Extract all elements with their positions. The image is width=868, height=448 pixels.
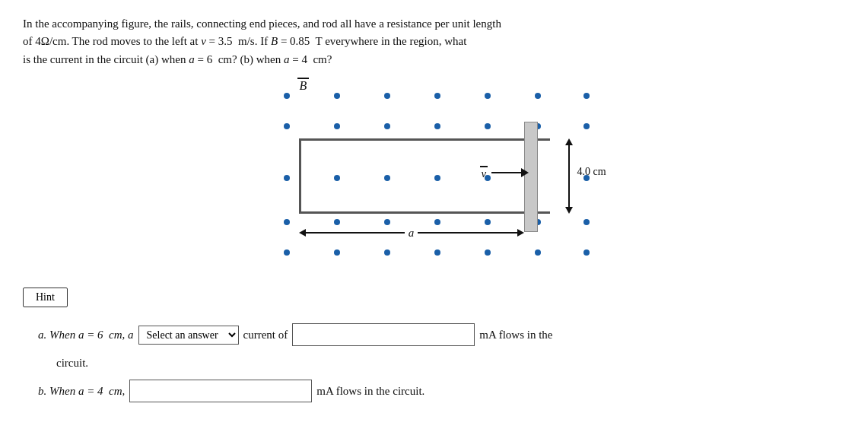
a-label: a. When a = 6 cm, a [38,322,134,348]
a-circuit-label: circuit. [56,351,88,376]
dot [434,175,440,181]
dot [485,123,491,129]
dot [334,249,340,256]
hint-area: Hint [23,288,845,307]
b-overbar: B [297,78,310,93]
dot [284,93,290,99]
dot [583,123,590,129]
dot [535,93,541,99]
dot [334,123,340,129]
problem-line2: of 4Ω/cm. The rod moves to the left at v… [23,35,466,47]
v-arrow-line [491,172,522,173]
answer-row-a: a. When a = 6 cm, a Select an answer clo… [38,322,845,348]
dot [384,249,390,256]
arrow-up [565,138,573,145]
a-arrow-left [299,229,306,237]
diagram-area: B [23,76,845,274]
problem-line3: is the current in the circuit (a) when a… [23,53,332,65]
dot [334,219,340,225]
dot [384,93,390,99]
dot [284,175,290,181]
v-arrow-head [521,168,529,177]
b-label: b. When a = 4 cm, [38,379,125,404]
dot [334,175,340,181]
dot [535,249,541,256]
dimension-arrow-vertical [565,138,573,214]
b-units: mA flows in the circuit. [316,379,424,404]
a-line [306,232,405,234]
answer-row-a-cont: circuit. [56,351,845,376]
b-current-input[interactable] [129,380,312,402]
answer-row-b: b. When a = 4 cm, mA flows in the circui… [38,379,845,404]
dot [485,93,491,99]
a-direction-select[interactable]: Select an answer clockwise counterclockw… [138,326,239,345]
end-piece-left [299,138,301,214]
hint-button[interactable]: Hint [23,288,68,307]
v-arrow [491,168,529,177]
dot [434,249,440,256]
rail-bottom [299,211,550,214]
dot [583,219,590,225]
problem-line1: In the accompanying figure, the rails, c… [23,17,501,30]
problem-text: In the accompanying figure, the rails, c… [23,15,707,68]
b-vector-label: B [297,78,310,93]
v-label: v [480,166,529,180]
dot [284,219,290,225]
a-text: a [409,227,415,240]
a-dimension: a [299,227,524,240]
cm-label: 4.0 cm [577,166,606,178]
v-text: v [480,166,488,180]
dot [485,219,491,225]
diagram-container: B [221,76,647,274]
dot [384,175,390,181]
a-arrow-right [517,229,524,237]
a-current-input[interactable] [292,323,475,346]
current-of-label: current of [243,322,288,348]
dot [384,123,390,129]
a-line2 [418,232,517,234]
dot [485,249,491,256]
arrow-down [565,207,573,214]
dot [284,249,290,256]
dot [334,93,340,99]
dot [434,93,440,99]
dot [284,123,290,129]
rail-top [299,138,550,141]
dot [583,93,590,99]
dim-line [568,145,570,207]
answers-area: a. When a = 6 cm, a Select an answer clo… [38,322,845,404]
dot [434,123,440,129]
dot [384,219,390,225]
dot [583,249,590,256]
a-units: mA flows in the [479,322,552,348]
dot [434,219,440,225]
